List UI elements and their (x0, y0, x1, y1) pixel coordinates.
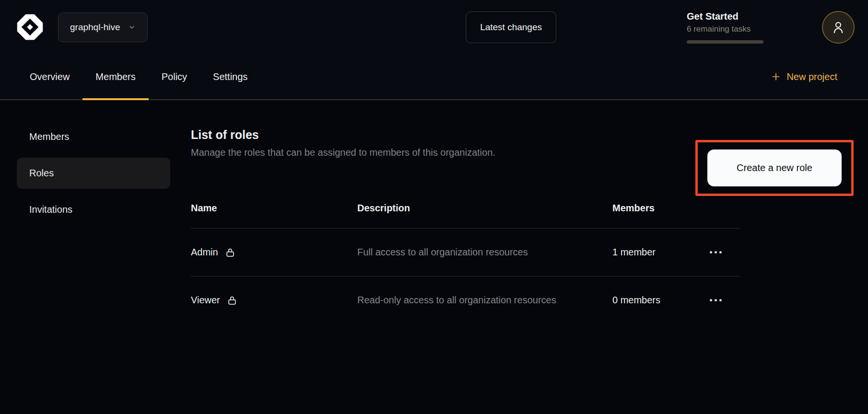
ellipsis-icon (710, 299, 722, 301)
hive-logo-icon (16, 13, 44, 41)
annotation-highlight-box: Create a new role (695, 140, 854, 196)
role-description-cell: Read-only access to all organization res… (357, 276, 612, 324)
org-name: graphql-hive (70, 22, 120, 33)
tab-settings[interactable]: Settings (200, 54, 260, 99)
column-header-description: Description (357, 203, 612, 229)
role-members-cell: 1 member (612, 229, 708, 276)
role-menu-button[interactable] (708, 296, 724, 304)
column-header-name: Name (191, 203, 357, 229)
role-name-cell: Admin (191, 247, 357, 258)
get-started-widget[interactable]: Get Started 6 remaining tasks (687, 11, 776, 44)
role-description-cell: Full access to all organization resource… (357, 229, 612, 276)
column-header-members: Members (612, 203, 708, 229)
user-avatar[interactable] (822, 11, 855, 44)
new-project-label: New project (786, 71, 837, 82)
roles-heading-block: List of roles Manage the roles that can … (191, 128, 495, 158)
roles-panel-header: List of roles Manage the roles that can … (191, 128, 854, 196)
get-started-subtitle: 6 remaining tasks (687, 24, 776, 34)
top-section: graphql-hive Latest changes Get Started … (0, 0, 868, 100)
topbar: graphql-hive Latest changes Get Started … (0, 0, 868, 54)
members-sidebar: Members Roles Invitations (17, 121, 170, 414)
latest-changes-button[interactable]: Latest changes (466, 12, 556, 43)
content-area: Members Roles Invitations List of roles … (0, 100, 868, 414)
tab-policy[interactable]: Policy (149, 54, 200, 99)
role-name-label: Viewer (191, 295, 220, 306)
sidebar-item-members[interactable]: Members (17, 121, 170, 152)
role-name-cell: Viewer (191, 295, 357, 306)
roles-table-header-row: Name Description Members (191, 203, 740, 229)
role-name-label: Admin (191, 247, 218, 258)
org-selector[interactable]: graphql-hive (58, 12, 148, 42)
role-row-viewer: Viewer Read-only access to all organizat… (191, 276, 740, 324)
tab-overview[interactable]: Overview (17, 54, 82, 99)
plus-icon (771, 72, 781, 81)
get-started-progressbar (687, 40, 763, 44)
role-menu-button[interactable] (708, 248, 724, 256)
roles-table: Name Description Members Admin (191, 203, 740, 324)
create-role-button[interactable]: Create a new role (707, 150, 842, 186)
ellipsis-icon (710, 251, 722, 253)
tab-members[interactable]: Members (82, 54, 148, 99)
sidebar-item-roles[interactable]: Roles (17, 158, 170, 189)
lock-icon (227, 295, 237, 306)
org-tabbar: Overview Members Policy Settings New pro… (0, 54, 868, 100)
new-project-button[interactable]: New project (771, 54, 837, 99)
latest-changes-label: Latest changes (480, 22, 542, 33)
page-title: List of roles (191, 128, 495, 142)
person-icon (831, 20, 845, 34)
role-members-cell: 0 members (612, 276, 708, 324)
page-description: Manage the roles that can be assigned to… (191, 147, 495, 158)
lock-icon (225, 247, 235, 258)
role-row-admin: Admin Full access to all organization re… (191, 229, 740, 276)
get-started-title: Get Started (687, 11, 776, 22)
roles-panel: List of roles Manage the roles that can … (191, 128, 854, 414)
chevron-down-icon (128, 23, 136, 31)
sidebar-item-invitations[interactable]: Invitations (17, 194, 170, 225)
